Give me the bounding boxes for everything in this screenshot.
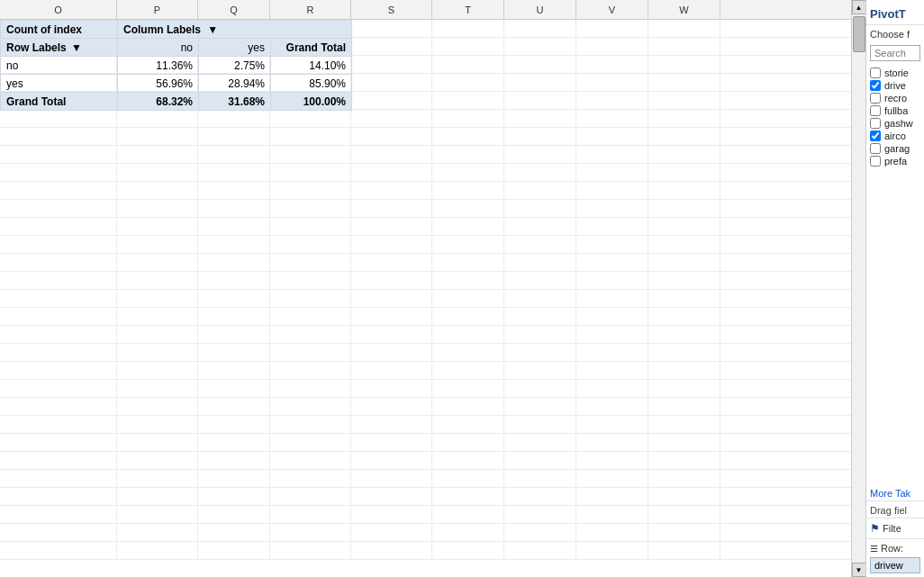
grid-cell[interactable]: [576, 236, 648, 253]
grid-cell[interactable]: [432, 380, 504, 397]
pivot-field-checkbox-prefa[interactable]: [870, 156, 881, 167]
grid-cell[interactable]: [576, 380, 648, 397]
grid-cell[interactable]: [648, 434, 720, 451]
grid-cell[interactable]: [648, 362, 720, 379]
grid-cell[interactable]: [648, 110, 720, 127]
grid-cell[interactable]: [0, 542, 117, 559]
pivot-field-checkbox-airco[interactable]: [870, 131, 881, 141]
grid-cell[interactable]: [432, 74, 504, 91]
grid-cell[interactable]: [198, 416, 270, 433]
grid-cell[interactable]: [351, 56, 432, 73]
grid-cell[interactable]: [270, 524, 351, 541]
grid-cell[interactable]: [351, 398, 432, 415]
grid-cell[interactable]: [504, 416, 576, 433]
grid-cell[interactable]: [504, 56, 576, 73]
grid-cell[interactable]: [576, 506, 648, 523]
pivot-search-input[interactable]: [870, 45, 920, 61]
grid-cell[interactable]: [351, 452, 432, 469]
grid-cell[interactable]: [198, 200, 270, 217]
grid-cell[interactable]: [117, 470, 198, 487]
grid-cell[interactable]: [648, 524, 720, 541]
grid-cell[interactable]: [648, 56, 720, 73]
scroll-thumb[interactable]: [853, 16, 865, 52]
grid-cell[interactable]: [432, 524, 504, 541]
grid-cell[interactable]: [0, 344, 117, 361]
grid-cell[interactable]: [0, 452, 117, 469]
grid-cell[interactable]: [270, 128, 351, 145]
pivot-field-checkbox-fullba[interactable]: [870, 105, 881, 116]
grid-cell[interactable]: [504, 128, 576, 145]
grid-cell[interactable]: [117, 416, 198, 433]
grid-cell[interactable]: [117, 254, 198, 271]
grid-cell[interactable]: [198, 128, 270, 145]
grid-cell[interactable]: [576, 218, 648, 235]
grid-cell[interactable]: [0, 488, 117, 505]
grid-cell[interactable]: [270, 290, 351, 307]
col-header-p[interactable]: P: [117, 0, 198, 19]
grid-cell[interactable]: [648, 254, 720, 271]
grid-cell[interactable]: [576, 470, 648, 487]
grid-cell[interactable]: [576, 110, 648, 127]
grid-cell[interactable]: [504, 308, 576, 325]
grid-cell[interactable]: [270, 434, 351, 451]
grid-cell[interactable]: [576, 398, 648, 415]
grid-cell[interactable]: [0, 182, 117, 199]
grid-cell[interactable]: [576, 524, 648, 541]
grid-cell[interactable]: [117, 506, 198, 523]
grid-cell[interactable]: [0, 398, 117, 415]
col-header-q[interactable]: Q: [198, 0, 270, 19]
grid-cell[interactable]: [432, 488, 504, 505]
grid-cell[interactable]: [270, 542, 351, 559]
grid-cell[interactable]: [432, 38, 504, 55]
grid-cell[interactable]: [351, 308, 432, 325]
grid-cell[interactable]: [648, 128, 720, 145]
grid-cell[interactable]: [504, 272, 576, 289]
grid-cell[interactable]: [198, 308, 270, 325]
grid-cell[interactable]: [432, 92, 504, 109]
pivot-row-field[interactable]: drivew: [870, 557, 920, 573]
grid-cell[interactable]: [270, 452, 351, 469]
grid-cell[interactable]: [270, 326, 351, 343]
grid-cell[interactable]: [0, 326, 117, 343]
grid-cell[interactable]: [117, 488, 198, 505]
grid-cell[interactable]: [270, 344, 351, 361]
grid-cell[interactable]: [0, 200, 117, 217]
grid-cell[interactable]: [576, 92, 648, 109]
grid-cell[interactable]: [648, 308, 720, 325]
grid-cell[interactable]: [351, 218, 432, 235]
grid-cell[interactable]: [648, 326, 720, 343]
grid-cell[interactable]: [648, 542, 720, 559]
grid-cell[interactable]: [432, 416, 504, 433]
grid-cell[interactable]: [576, 290, 648, 307]
grid-cell[interactable]: [351, 74, 432, 91]
grid-cell[interactable]: [432, 182, 504, 199]
grid-cell[interactable]: [648, 92, 720, 109]
grid-cell[interactable]: [504, 146, 576, 163]
grid-cell[interactable]: [0, 164, 117, 181]
grid-cell[interactable]: [270, 398, 351, 415]
grid-cell[interactable]: [432, 326, 504, 343]
grid-cell[interactable]: [576, 74, 648, 91]
grid-cell[interactable]: [351, 200, 432, 217]
grid-cell[interactable]: [270, 488, 351, 505]
grid-cell[interactable]: [198, 470, 270, 487]
grid-cell[interactable]: [0, 416, 117, 433]
grid-cell[interactable]: [117, 326, 198, 343]
grid-cell[interactable]: [270, 254, 351, 271]
grid-cell[interactable]: [504, 326, 576, 343]
grid-cell[interactable]: [117, 542, 198, 559]
grid-cell[interactable]: [270, 146, 351, 163]
grid-cell[interactable]: [117, 182, 198, 199]
grid-cell[interactable]: [351, 254, 432, 271]
pivot-field-checkbox-storie[interactable]: [870, 68, 881, 78]
grid-cell[interactable]: [648, 506, 720, 523]
grid-cell[interactable]: [0, 290, 117, 307]
grid-cell[interactable]: [432, 218, 504, 235]
grid-cell[interactable]: [504, 92, 576, 109]
grid-cell[interactable]: [504, 20, 576, 37]
grid-cell[interactable]: [270, 380, 351, 397]
grid-cell[interactable]: [198, 236, 270, 253]
grid-cell[interactable]: [576, 434, 648, 451]
grid-cell[interactable]: [504, 398, 576, 415]
grid-cell[interactable]: [576, 452, 648, 469]
